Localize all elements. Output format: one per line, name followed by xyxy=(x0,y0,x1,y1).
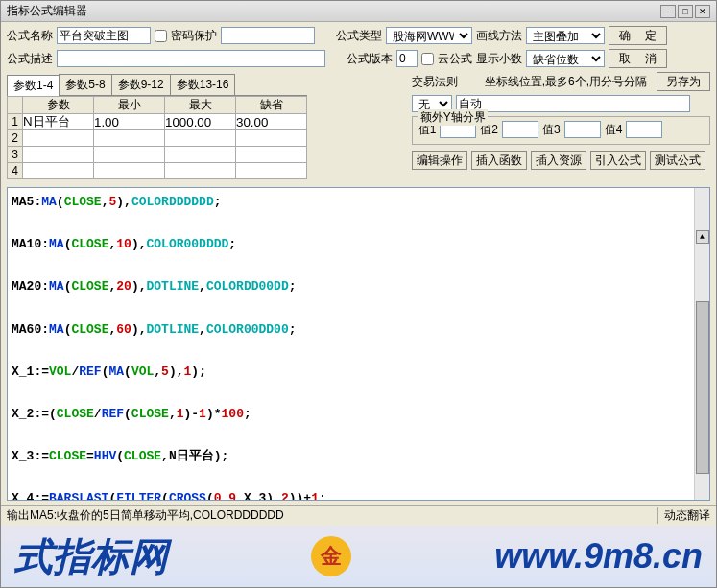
titlebar: 指标公式编辑器 ─ □ ✕ xyxy=(1,1,716,22)
param-name-input[interactable] xyxy=(23,163,93,178)
saveas-button[interactable]: 另存为 xyxy=(657,72,710,91)
edit-op-button[interactable]: 编辑操作 xyxy=(412,151,467,170)
version-input[interactable] xyxy=(396,50,418,67)
close-button[interactable]: ✕ xyxy=(695,5,710,18)
param-name-input[interactable] xyxy=(23,114,93,129)
label-v4: 值4 xyxy=(605,122,623,138)
label-name: 公式名称 xyxy=(7,28,53,44)
param-rownum: 1 xyxy=(8,114,23,130)
watermark-left: 式指标网 xyxy=(14,530,168,583)
status-right: 动态翻译 xyxy=(657,507,710,524)
param-header: 最小 xyxy=(94,97,165,114)
label-type: 公式类型 xyxy=(336,28,382,44)
label-cloud: 云公式 xyxy=(438,51,472,67)
param-min-input[interactable] xyxy=(94,163,164,178)
param-name-input[interactable] xyxy=(23,130,93,146)
param-tab-4[interactable]: 参数13-16 xyxy=(170,74,236,95)
param-def-input[interactable] xyxy=(236,147,306,162)
ok-button[interactable]: 确 定 xyxy=(609,26,667,45)
watermark-right: www.9m8.cn xyxy=(494,536,703,576)
import-formula-button[interactable]: 引入公式 xyxy=(590,151,646,170)
insert-func-button[interactable]: 插入函数 xyxy=(471,151,527,170)
password-input[interactable] xyxy=(221,27,315,44)
scroll-up-icon[interactable]: ▲ xyxy=(696,230,709,244)
label-pwd: 密码保护 xyxy=(171,28,217,44)
param-tab-1[interactable]: 参数1-4 xyxy=(7,75,60,96)
extra-y-legend: 额外Y轴分界 xyxy=(418,109,488,126)
param-def-input[interactable] xyxy=(236,163,306,178)
value3-input[interactable] xyxy=(564,121,601,138)
params-table: 参数最小最大缺省1234 xyxy=(7,96,307,179)
param-def-input[interactable] xyxy=(236,130,306,146)
label-rule: 交易法则 xyxy=(412,74,458,90)
password-checkbox[interactable] xyxy=(155,30,167,42)
param-row: 2 xyxy=(8,130,307,147)
maximize-button[interactable]: □ xyxy=(678,5,693,18)
window-title: 指标公式编辑器 xyxy=(7,3,87,19)
param-name-input[interactable] xyxy=(23,147,93,162)
value4-input[interactable] xyxy=(626,121,662,138)
label-v3: 值3 xyxy=(542,122,561,138)
cancel-button[interactable]: 取 消 xyxy=(609,49,667,68)
param-tab-2[interactable]: 参数5-8 xyxy=(59,74,111,95)
param-row: 1 xyxy=(8,114,307,130)
vertical-scrollbar[interactable]: ▲ xyxy=(694,188,709,500)
cloud-checkbox[interactable] xyxy=(421,53,434,65)
param-min-input[interactable] xyxy=(94,114,164,129)
param-tab-3[interactable]: 参数9-12 xyxy=(111,74,171,95)
status-text: 输出MA5:收盘价的5日简单移动平均,COLORDDDDDD xyxy=(7,507,284,524)
param-min-input[interactable] xyxy=(94,147,164,162)
formula-desc-input[interactable] xyxy=(57,50,325,67)
watermark-logo-icon: 金 xyxy=(311,536,351,576)
scroll-thumb[interactable] xyxy=(696,301,709,474)
coord-hint: 坐标线位置,最多6个,用分号分隔 xyxy=(485,74,647,90)
minimize-button[interactable]: ─ xyxy=(660,5,676,18)
param-row: 4 xyxy=(8,163,307,179)
param-max-input[interactable] xyxy=(165,147,235,162)
param-rownum: 3 xyxy=(8,147,23,163)
param-max-input[interactable] xyxy=(165,163,235,178)
coord-input[interactable] xyxy=(456,95,690,112)
formula-type-select[interactable]: 股海网WWW.GU xyxy=(386,27,472,44)
param-tabs: 参数1-4参数5-8参数9-12参数13-16 xyxy=(7,74,307,96)
decimal-select[interactable]: 缺省位数 xyxy=(526,50,605,67)
param-header: 缺省 xyxy=(236,97,307,114)
status-bar: 输出MA5:收盘价的5日简单移动平均,COLORDDDDDD 动态翻译 xyxy=(1,505,716,526)
label-dec: 显示小数 xyxy=(476,51,522,67)
label-desc: 公式描述 xyxy=(7,51,53,67)
label-draw: 画线方法 xyxy=(476,28,522,44)
param-header: 最大 xyxy=(165,97,236,114)
extra-y-fieldset: 额外Y轴分界 值1 值2 值3 值4 xyxy=(412,116,710,145)
draw-method-select[interactable]: 主图叠加 xyxy=(526,27,605,44)
param-rownum: 2 xyxy=(8,130,23,147)
param-header: 参数 xyxy=(23,97,94,114)
label-ver: 公式版本 xyxy=(347,51,393,67)
test-formula-button[interactable]: 测试公式 xyxy=(650,151,705,170)
insert-res-button[interactable]: 插入资源 xyxy=(531,151,586,170)
param-def-input[interactable] xyxy=(236,114,306,129)
watermark: 式指标网 金 www.9m8.cn xyxy=(1,526,716,587)
param-min-input[interactable] xyxy=(94,130,164,146)
param-max-input[interactable] xyxy=(165,114,235,129)
value2-input[interactable] xyxy=(502,121,538,138)
param-max-input[interactable] xyxy=(165,130,235,146)
code-editor[interactable]: MA5:MA(CLOSE,5),COLORDDDDDD; MA10:MA(CLO… xyxy=(7,187,710,501)
param-rownum: 4 xyxy=(8,163,23,179)
param-row: 3 xyxy=(8,147,307,163)
formula-name-input[interactable] xyxy=(57,27,151,44)
